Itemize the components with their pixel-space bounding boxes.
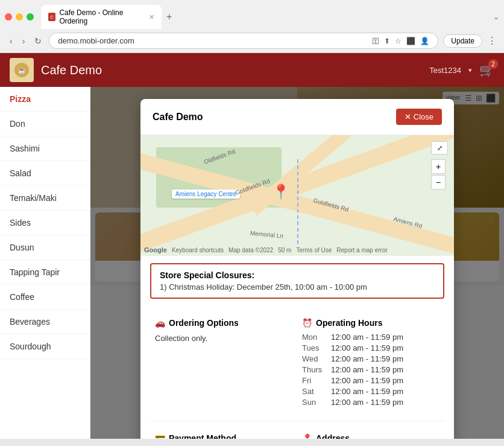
hours-row-tues: Tues12:00 am - 11:59 pm (302, 343, 439, 352)
bookmark-icon: ☆ (395, 37, 402, 45)
app-header: ☕ Cafe Demo Test1234 ▾ 🛒 2 (0, 53, 504, 87)
tab-bar: C Cafe Demo - Online Ordering ✕ + ⌄ (0, 0, 504, 29)
ordering-section: 🚗 Ordering Options Collection only. (150, 311, 297, 416)
app-logo: ☕ (10, 58, 34, 82)
payment-title: 💳 Payment Method (155, 433, 292, 439)
close-x-icon: ✕ (405, 112, 411, 121)
minimize-traffic-light[interactable] (16, 13, 23, 21)
close-traffic-light[interactable] (5, 13, 12, 21)
back-button[interactable]: ‹ (7, 35, 15, 47)
map-zoom-in-button[interactable]: + (431, 159, 446, 174)
more-options-icon[interactable]: ⋮ (487, 35, 497, 46)
svg-text:☕: ☕ (18, 66, 26, 74)
hours-section: ⏰ Operating Hours Mon12:00 am - 11:59 pm… (297, 311, 444, 416)
sidebar-item-sides[interactable]: Sides (0, 211, 90, 235)
sidebar-item-temaki[interactable]: Temaki/Maki (0, 186, 90, 211)
address-pin-icon: 📍 (302, 433, 312, 439)
sidebar-item-sourdough[interactable]: Sourdough (0, 334, 90, 359)
ordering-title: 🚗 Ordering Options (155, 318, 292, 328)
address-title: 📍 Address (302, 433, 439, 439)
extension-icon: ⬛ (406, 37, 415, 45)
sidebar-item-sashimi[interactable]: Sashimi (0, 136, 90, 161)
update-button[interactable]: Update (443, 34, 482, 48)
hours-icon: ⏰ (302, 318, 312, 328)
sidebar-item-don[interactable]: Don (0, 112, 90, 136)
modal-header: Cafe Demo ✕ Close (140, 99, 454, 135)
hours-row-mon: Mon12:00 am - 11:59 pm (302, 333, 439, 342)
map-footer: Google Keyboard shortcuts Map data ©2022… (144, 246, 388, 253)
tab-favicon: C (48, 13, 55, 21)
payment-section: 💳 Payment Method - Cash - Online Payment… (150, 426, 297, 439)
payment-address-grid: 💳 Payment Method - Cash - Online Payment… (140, 421, 454, 439)
address-bar: ‹ › ↻ demo.mobi-order.com ⚿ ⬆ ☆ ⬛ 👤 Upda… (0, 29, 504, 53)
hours-row-wed: Wed12:00 am - 11:59 pm (302, 354, 439, 363)
forward-button[interactable]: › (20, 35, 28, 47)
map-scale: 50 m (278, 247, 291, 253)
sidebar-item-pizza[interactable]: Pizza (0, 87, 90, 112)
map-background: 📍 Amiens Legacy Centre Oldfields Rd Gold… (140, 135, 454, 256)
closures-title: Store Special Closures: (160, 270, 435, 280)
map-report[interactable]: Report a map error (336, 247, 387, 253)
new-tab-button[interactable]: + (164, 11, 174, 22)
reload-button[interactable]: ↻ (32, 35, 44, 47)
modal-title: Cafe Demo (153, 112, 203, 123)
map-pin: 📍 (272, 183, 290, 200)
info-grid: 🚗 Ordering Options Collection only. ⏰ Op… (140, 306, 454, 421)
tab-title: Cafe Demo - Online Ordering (59, 8, 143, 25)
hours-rows: Mon12:00 am - 11:59 pm Tues12:00 am - 11… (302, 333, 439, 407)
active-tab[interactable]: C Cafe Demo - Online Ordering ✕ (41, 5, 162, 29)
cart-badge: 2 (488, 59, 498, 69)
map-expand-button[interactable]: ⤢ (431, 141, 448, 155)
map-place-label: Amiens Legacy Centre (172, 190, 240, 199)
map-keyboard-shortcuts: Keyboard shortcuts (172, 247, 224, 253)
map-terms[interactable]: Terms of Use (296, 247, 332, 253)
modal: Cafe Demo ✕ Close 📍 (140, 99, 454, 439)
user-dropdown-icon: ▾ (468, 66, 472, 74)
hours-row-fri: Fri12:00 am - 11:59 pm (302, 376, 439, 385)
traffic-lights (5, 13, 34, 21)
cart-icon[interactable]: 🛒 2 (479, 63, 494, 77)
payment-icon: 💳 (155, 433, 165, 439)
tab-close-icon[interactable]: ✕ (149, 13, 154, 21)
sidebar-item-coffee[interactable]: Coffee (0, 285, 90, 310)
content-area: view: ☰ ⊞ ⬛ ♡ ♡ alf $14.00 (90, 87, 504, 439)
address-section: 📍 Address 8 Goldfields Road, Hodgson, Qu… (297, 426, 444, 439)
address-icons: ⚿ ⬆ ☆ ⬛ 👤 (372, 37, 429, 45)
browser-chrome: C Cafe Demo - Online Ordering ✕ + ⌄ ‹ › … (0, 0, 504, 53)
google-logo: Google (144, 246, 167, 253)
close-button[interactable]: ✕ Close (396, 109, 442, 125)
map-dashed-line (297, 159, 298, 244)
sidebar: Pizza Don Sashimi Salad Temaki/Maki Side… (0, 87, 90, 439)
closures-item-0: 1) Christmas Holiday: December 25th, 10:… (160, 282, 435, 291)
store-closures-box: Store Special Closures: 1) Christmas Hol… (150, 263, 444, 299)
hours-title: ⏰ Operating Hours (302, 318, 439, 328)
window-controls-icon: ⌄ (493, 13, 499, 21)
sidebar-item-beverages[interactable]: Beverages (0, 310, 90, 334)
sidebar-item-dusun[interactable]: Dusun (0, 235, 90, 260)
map-zoom-out-button[interactable]: − (431, 175, 446, 190)
hours-row-sat: Sat12:00 am - 11:59 pm (302, 387, 439, 396)
main-content: Pizza Don Sashimi Salad Temaki/Maki Side… (0, 87, 504, 439)
maximize-traffic-light[interactable] (27, 13, 34, 21)
map-controls: ⤢ + − (431, 141, 448, 190)
header-user[interactable]: Test1234 (429, 66, 461, 75)
ordering-text: Collection only. (155, 333, 292, 345)
map-container: 📍 Amiens Legacy Centre Oldfields Rd Gold… (140, 135, 454, 256)
hours-row-sun: Sun12:00 am - 11:59 pm (302, 398, 439, 407)
address-text: demo.mobi-order.com (58, 36, 367, 45)
share-icon: ⬆ (384, 37, 390, 45)
hours-row-thurs: Thurs12:00 am - 11:59 pm (302, 365, 439, 374)
map-data-label: Map data ©2022 (228, 247, 273, 253)
key-icon: ⚿ (372, 37, 379, 45)
address-input[interactable]: demo.mobi-order.com ⚿ ⬆ ☆ ⬛ 👤 (49, 33, 438, 49)
profile-icon: 👤 (420, 37, 429, 45)
sidebar-item-salad[interactable]: Salad (0, 161, 90, 186)
app-title: Cafe Demo (41, 63, 422, 77)
ordering-icon: 🚗 (155, 318, 165, 328)
sidebar-item-tapping[interactable]: Tapping Tapir (0, 260, 90, 285)
modal-overlay: Cafe Demo ✕ Close 📍 (90, 87, 504, 439)
